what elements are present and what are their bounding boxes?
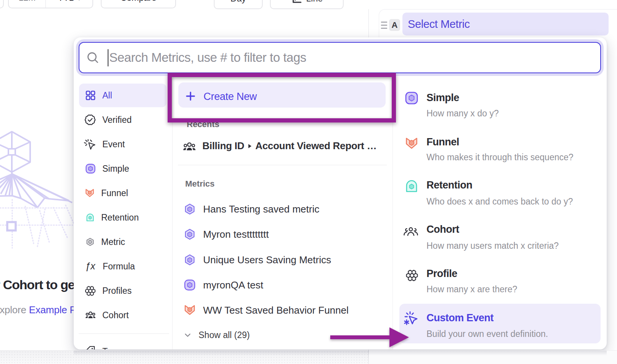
svg-text:ƒx: ƒx [85,261,96,271]
